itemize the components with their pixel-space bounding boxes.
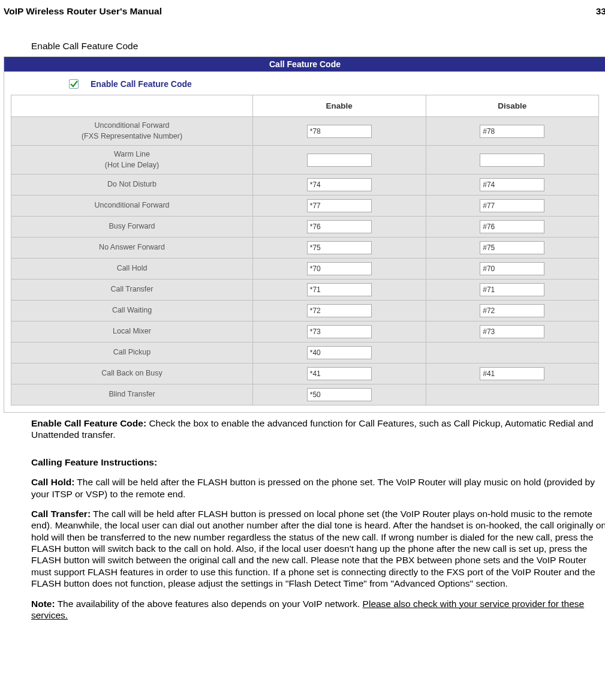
feature-name: Call Waiting <box>11 301 253 322</box>
table-row: Busy Forward <box>11 217 599 238</box>
disable-cell <box>426 175 599 196</box>
feature-name: Busy Forward <box>11 217 253 238</box>
table-row: Call Back on Busy <box>11 363 599 384</box>
enable-call-feature-code-label: Enable Call Feature Code <box>91 79 192 89</box>
feature-name: Call Hold <box>11 259 253 280</box>
enable-code-input[interactable] <box>307 199 372 212</box>
call-hold-heading: Call Hold: <box>31 477 74 487</box>
feature-code-table: Enable Disable Unconditional Forward(FXS… <box>11 95 599 405</box>
enable-explain-heading: Enable Call Feature Code: <box>31 418 146 428</box>
enable-cell <box>253 301 426 322</box>
feature-name: Unconditional Forward(FXS Representative… <box>11 117 253 146</box>
disable-code-input[interactable] <box>480 220 544 233</box>
table-row: Local Mixer <box>11 322 599 343</box>
enable-cell <box>253 280 426 301</box>
enable-code-input[interactable] <box>307 283 372 296</box>
disable-cell <box>426 322 599 343</box>
enable-cell <box>253 363 426 384</box>
disable-cell <box>426 146 599 175</box>
enable-code-input[interactable] <box>307 241 372 254</box>
disable-code-input[interactable] <box>480 154 544 167</box>
section-title: Enable Call Feature Code <box>31 41 605 52</box>
feature-name: Call Back on Busy <box>11 363 253 384</box>
feature-name: Call Pickup <box>11 343 253 363</box>
page-header: VoIP Wireless Router User's Manual 33 <box>2 0 605 17</box>
enable-code-input[interactable] <box>307 220 372 233</box>
table-row: Call Waiting <box>11 301 599 322</box>
feature-name: No Answer Forward <box>11 238 253 259</box>
enable-code-input[interactable] <box>307 154 372 167</box>
disable-cell <box>426 301 599 322</box>
disable-code-input[interactable] <box>480 241 544 254</box>
disable-code-input[interactable] <box>480 325 544 338</box>
doc-title: VoIP Wireless Router User's Manual <box>4 6 162 17</box>
feature-name: Do Not Disturb <box>11 175 253 196</box>
col-disable: Disable <box>426 95 599 117</box>
disable-cell <box>426 259 599 280</box>
check-icon <box>70 80 78 88</box>
call-hold-body: The call will be held after the FLASH bu… <box>31 477 595 498</box>
disable-cell <box>426 363 599 384</box>
note-body-1: The availability of the above features a… <box>55 599 363 609</box>
call-transfer-heading: Call Transfer: <box>31 509 91 519</box>
table-row: Call Hold <box>11 259 599 280</box>
enable-cell <box>253 384 426 405</box>
enable-code-input[interactable] <box>307 262 372 275</box>
disable-cell <box>426 196 599 217</box>
disable-code-input[interactable] <box>480 304 544 317</box>
enable-cell <box>253 343 426 363</box>
enable-row: Enable Call Feature Code <box>4 72 605 95</box>
disable-cell <box>426 280 599 301</box>
enable-call-feature-code-checkbox[interactable] <box>69 79 79 89</box>
note-heading: Note: <box>31 599 55 609</box>
feature-name: Local Mixer <box>11 322 253 343</box>
enable-code-input[interactable] <box>307 388 372 401</box>
disable-code-input[interactable] <box>480 367 544 380</box>
enable-cell <box>253 238 426 259</box>
disable-code-input[interactable] <box>480 125 544 138</box>
table-row: Warm Line(Hot Line Delay) <box>11 146 599 175</box>
call-feature-code-panel: Call Feature Code Enable Call Feature Co… <box>4 56 605 413</box>
enable-code-input[interactable] <box>307 367 372 380</box>
feature-name: Call Transfer <box>11 280 253 301</box>
enable-code-input[interactable] <box>307 304 372 317</box>
disable-cell <box>426 117 599 146</box>
enable-cell <box>253 146 426 175</box>
disable-code-input[interactable] <box>480 283 544 296</box>
table-row: Call Pickup <box>11 343 599 363</box>
table-row: Call Transfer <box>11 280 599 301</box>
call-transfer-body: The call will be held after FLASH button… <box>31 509 605 588</box>
table-row: Unconditional Forward(FXS Representative… <box>11 117 599 146</box>
panel-title: Call Feature Code <box>4 57 605 72</box>
calling-feature-instructions-heading: Calling Feature Instructions: <box>31 457 157 467</box>
enable-code-input[interactable] <box>307 178 372 191</box>
disable-cell <box>426 343 599 363</box>
enable-code-input[interactable] <box>307 125 372 138</box>
disable-cell <box>426 384 599 405</box>
feature-name: Unconditional Forward <box>11 196 253 217</box>
enable-code-input[interactable] <box>307 346 372 359</box>
feature-name: Blind Transfer <box>11 384 253 405</box>
table-row: Blind Transfer <box>11 384 599 405</box>
disable-cell <box>426 217 599 238</box>
enable-cell <box>253 117 426 146</box>
col-feature <box>11 95 253 117</box>
col-enable: Enable <box>253 95 426 117</box>
enable-code-input[interactable] <box>307 325 372 338</box>
disable-code-input[interactable] <box>480 262 544 275</box>
page-number: 33 <box>596 6 605 17</box>
enable-cell <box>253 196 426 217</box>
enable-cell <box>253 175 426 196</box>
table-row: No Answer Forward <box>11 238 599 259</box>
feature-name: Warm Line(Hot Line Delay) <box>11 146 253 175</box>
table-row: Do Not Disturb <box>11 175 599 196</box>
table-row: Unconditional Forward <box>11 196 599 217</box>
disable-code-input[interactable] <box>480 178 544 191</box>
enable-cell <box>253 217 426 238</box>
disable-cell <box>426 238 599 259</box>
disable-code-input[interactable] <box>480 199 544 212</box>
explanatory-text: Enable Call Feature Code: Check the box … <box>31 417 605 621</box>
enable-cell <box>253 322 426 343</box>
enable-cell <box>253 259 426 280</box>
